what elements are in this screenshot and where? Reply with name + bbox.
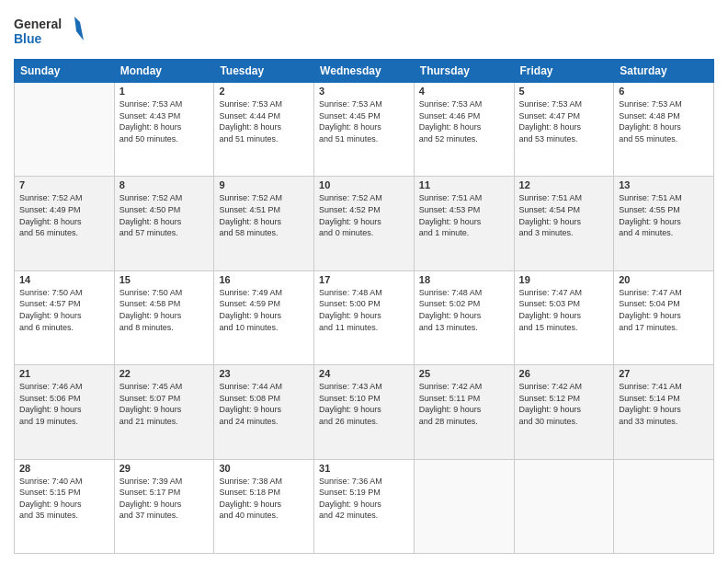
day-header-wednesday: Wednesday xyxy=(314,60,415,83)
day-number: 18 xyxy=(419,274,509,285)
day-number: 22 xyxy=(119,368,210,379)
day-number: 20 xyxy=(619,274,709,285)
calendar-cell: 6Sunrise: 7:53 AMSunset: 4:48 PMDaylight… xyxy=(614,83,714,177)
day-number: 1 xyxy=(119,86,210,97)
calendar-cell: 12Sunrise: 7:51 AMSunset: 4:54 PMDayligh… xyxy=(514,177,614,270)
calendar-cell: 16Sunrise: 7:49 AMSunset: 4:59 PMDayligh… xyxy=(214,270,314,364)
day-header-tuesday: Tuesday xyxy=(214,60,314,83)
week-row-0: 1Sunrise: 7:53 AMSunset: 4:43 PMDaylight… xyxy=(15,83,714,177)
day-info: Sunrise: 7:36 AMSunset: 5:19 PMDaylight:… xyxy=(319,476,409,522)
day-info: Sunrise: 7:41 AMSunset: 5:14 PMDaylight:… xyxy=(619,381,709,427)
day-info: Sunrise: 7:47 AMSunset: 5:03 PMDaylight:… xyxy=(519,287,609,333)
day-number: 15 xyxy=(119,274,210,285)
day-info: Sunrise: 7:42 AMSunset: 5:12 PMDaylight:… xyxy=(519,381,609,427)
day-header-sunday: Sunday xyxy=(15,60,115,83)
day-info: Sunrise: 7:50 AMSunset: 4:58 PMDaylight:… xyxy=(119,287,210,333)
calendar-cell: 2Sunrise: 7:53 AMSunset: 4:44 PMDaylight… xyxy=(214,83,314,177)
day-number: 17 xyxy=(319,274,409,285)
day-header-thursday: Thursday xyxy=(414,60,514,83)
day-number: 2 xyxy=(219,86,309,97)
day-info: Sunrise: 7:52 AMSunset: 4:52 PMDaylight:… xyxy=(319,192,409,238)
svg-marker-2 xyxy=(74,17,84,40)
day-info: Sunrise: 7:47 AMSunset: 5:04 PMDaylight:… xyxy=(619,287,709,333)
calendar-cell: 3Sunrise: 7:53 AMSunset: 4:45 PMDaylight… xyxy=(314,83,415,177)
day-info: Sunrise: 7:42 AMSunset: 5:11 PMDaylight:… xyxy=(419,381,509,427)
calendar-cell: 15Sunrise: 7:50 AMSunset: 4:58 PMDayligh… xyxy=(114,270,214,364)
day-info: Sunrise: 7:53 AMSunset: 4:43 PMDaylight:… xyxy=(119,98,210,144)
day-info: Sunrise: 7:52 AMSunset: 4:49 PMDaylight:… xyxy=(19,192,109,238)
calendar-cell: 1Sunrise: 7:53 AMSunset: 4:43 PMDaylight… xyxy=(114,83,214,177)
calendar-cell xyxy=(614,459,714,553)
day-info: Sunrise: 7:53 AMSunset: 4:45 PMDaylight:… xyxy=(319,98,409,144)
calendar-cell: 20Sunrise: 7:47 AMSunset: 5:04 PMDayligh… xyxy=(614,270,714,364)
day-number: 24 xyxy=(319,368,409,379)
calendar-cell: 21Sunrise: 7:46 AMSunset: 5:06 PMDayligh… xyxy=(15,365,115,459)
calendar-cell: 17Sunrise: 7:48 AMSunset: 5:00 PMDayligh… xyxy=(314,270,415,364)
day-info: Sunrise: 7:45 AMSunset: 5:07 PMDaylight:… xyxy=(119,381,210,427)
day-number: 31 xyxy=(319,463,409,474)
week-row-3: 21Sunrise: 7:46 AMSunset: 5:06 PMDayligh… xyxy=(15,365,714,459)
day-number: 10 xyxy=(319,179,409,190)
day-info: Sunrise: 7:49 AMSunset: 4:59 PMDaylight:… xyxy=(219,287,309,333)
day-info: Sunrise: 7:51 AMSunset: 4:54 PMDaylight:… xyxy=(519,192,609,238)
calendar-cell: 8Sunrise: 7:52 AMSunset: 4:50 PMDaylight… xyxy=(114,177,214,270)
day-number: 8 xyxy=(119,179,210,190)
day-header-friday: Friday xyxy=(514,60,614,83)
day-number: 30 xyxy=(219,463,309,474)
calendar-cell: 27Sunrise: 7:41 AMSunset: 5:14 PMDayligh… xyxy=(614,365,714,459)
calendar-cell xyxy=(414,459,514,553)
calendar-cell: 25Sunrise: 7:42 AMSunset: 5:11 PMDayligh… xyxy=(414,365,514,459)
calendar-cell: 5Sunrise: 7:53 AMSunset: 4:47 PMDaylight… xyxy=(514,83,614,177)
calendar-cell: 14Sunrise: 7:50 AMSunset: 4:57 PMDayligh… xyxy=(15,270,115,364)
calendar-cell: 24Sunrise: 7:43 AMSunset: 5:10 PMDayligh… xyxy=(314,365,415,459)
calendar-cell: 29Sunrise: 7:39 AMSunset: 5:17 PMDayligh… xyxy=(114,459,214,553)
day-number: 12 xyxy=(519,179,609,190)
calendar-cell: 31Sunrise: 7:36 AMSunset: 5:19 PMDayligh… xyxy=(314,459,415,553)
day-header-monday: Monday xyxy=(114,60,214,83)
page: General Blue SundayMondayTuesdayWednesda… xyxy=(0,0,728,563)
day-number: 13 xyxy=(619,179,709,190)
day-header-saturday: Saturday xyxy=(614,60,714,83)
day-number: 29 xyxy=(119,463,210,474)
day-number: 28 xyxy=(19,463,109,474)
day-info: Sunrise: 7:39 AMSunset: 5:17 PMDaylight:… xyxy=(119,476,210,522)
calendar-cell: 28Sunrise: 7:40 AMSunset: 5:15 PMDayligh… xyxy=(15,459,115,553)
day-info: Sunrise: 7:48 AMSunset: 5:02 PMDaylight:… xyxy=(419,287,509,333)
day-number: 19 xyxy=(519,274,609,285)
day-info: Sunrise: 7:51 AMSunset: 4:53 PMDaylight:… xyxy=(419,192,509,238)
logo: General Blue xyxy=(14,13,87,52)
calendar-cell: 13Sunrise: 7:51 AMSunset: 4:55 PMDayligh… xyxy=(614,177,714,270)
calendar-cell: 22Sunrise: 7:45 AMSunset: 5:07 PMDayligh… xyxy=(114,365,214,459)
calendar-cell: 11Sunrise: 7:51 AMSunset: 4:53 PMDayligh… xyxy=(414,177,514,270)
day-number: 3 xyxy=(319,86,409,97)
day-info: Sunrise: 7:53 AMSunset: 4:44 PMDaylight:… xyxy=(219,98,309,144)
day-number: 7 xyxy=(19,179,109,190)
day-header-row: SundayMondayTuesdayWednesdayThursdayFrid… xyxy=(15,60,714,83)
calendar-cell xyxy=(15,83,115,177)
day-number: 26 xyxy=(519,368,609,379)
day-number: 27 xyxy=(619,368,709,379)
day-number: 16 xyxy=(219,274,309,285)
calendar-cell: 26Sunrise: 7:42 AMSunset: 5:12 PMDayligh… xyxy=(514,365,614,459)
week-row-1: 7Sunrise: 7:52 AMSunset: 4:49 PMDaylight… xyxy=(15,177,714,270)
day-number: 25 xyxy=(419,368,509,379)
calendar-cell: 18Sunrise: 7:48 AMSunset: 5:02 PMDayligh… xyxy=(414,270,514,364)
day-number: 21 xyxy=(19,368,109,379)
day-info: Sunrise: 7:52 AMSunset: 4:51 PMDaylight:… xyxy=(219,192,309,238)
day-info: Sunrise: 7:51 AMSunset: 4:55 PMDaylight:… xyxy=(619,192,709,238)
day-number: 5 xyxy=(519,86,609,97)
day-info: Sunrise: 7:50 AMSunset: 4:57 PMDaylight:… xyxy=(19,287,109,333)
day-info: Sunrise: 7:46 AMSunset: 5:06 PMDaylight:… xyxy=(19,381,109,427)
calendar-cell xyxy=(514,459,614,553)
day-info: Sunrise: 7:44 AMSunset: 5:08 PMDaylight:… xyxy=(219,381,309,427)
day-info: Sunrise: 7:43 AMSunset: 5:10 PMDaylight:… xyxy=(319,381,409,427)
calendar-cell: 9Sunrise: 7:52 AMSunset: 4:51 PMDaylight… xyxy=(214,177,314,270)
logo-svg: General Blue xyxy=(14,13,87,52)
day-info: Sunrise: 7:52 AMSunset: 4:50 PMDaylight:… xyxy=(119,192,210,238)
day-number: 14 xyxy=(19,274,109,285)
svg-text:General: General xyxy=(14,17,62,31)
calendar-cell: 30Sunrise: 7:38 AMSunset: 5:18 PMDayligh… xyxy=(214,459,314,553)
calendar-cell: 19Sunrise: 7:47 AMSunset: 5:03 PMDayligh… xyxy=(514,270,614,364)
svg-text:Blue: Blue xyxy=(14,31,42,46)
day-info: Sunrise: 7:53 AMSunset: 4:48 PMDaylight:… xyxy=(619,98,709,144)
